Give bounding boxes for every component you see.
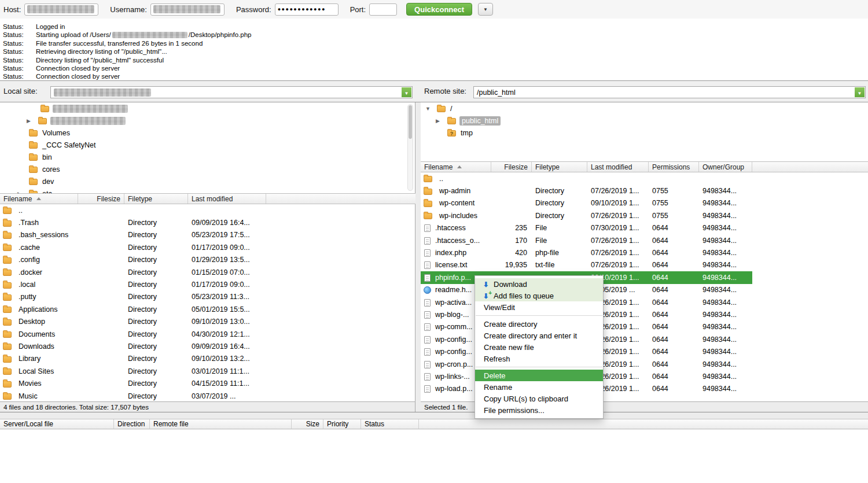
- status-text: Retrieving directory listing of "/public…: [36, 47, 167, 56]
- port-input[interactable]: [369, 3, 397, 16]
- table-row[interactable]: Movies Directory 04/15/2019 11:1...: [0, 377, 415, 389]
- table-row[interactable]: license.txt 19,935 txt-file 07/26/2019 1…: [421, 259, 752, 271]
- file-type-icon: [424, 249, 431, 257]
- tree-item[interactable]: [0, 102, 415, 115]
- table-row[interactable]: Desktop Directory 09/10/2019 13:0...: [0, 316, 415, 328]
- tree-item[interactable]: tmp: [421, 127, 868, 139]
- table-row[interactable]: .bash_sessions Directory 05/23/2019 17:5…: [0, 229, 415, 241]
- tree-item[interactable]: _CCC SafetyNet: [0, 139, 415, 151]
- context-menu-item[interactable]: View/Edit: [475, 301, 603, 313]
- table-row[interactable]: .docker Directory 01/15/2019 07:0...: [0, 266, 415, 278]
- scrollbar[interactable]: [407, 104, 413, 191]
- expander-icon[interactable]: ▼: [425, 106, 437, 112]
- column-header-owner-group[interactable]: Owner/Group: [699, 162, 752, 172]
- table-row[interactable]: wp-includes Directory 07/26/2019 1... 07…: [421, 209, 752, 222]
- column-header-filetype[interactable]: Filetype: [124, 194, 188, 204]
- column-header-priority[interactable]: Priority: [323, 419, 361, 429]
- transfer-queue-panel: Server/Local file Direction Remote file …: [0, 412, 868, 483]
- expander-icon[interactable]: ▶: [27, 118, 38, 124]
- table-row[interactable]: .putty Directory 05/23/2019 11:3...: [0, 291, 415, 303]
- expander-icon[interactable]: ▶: [436, 118, 447, 124]
- context-menu-item[interactable]: Create directory and enter it: [475, 330, 603, 341]
- column-header-size[interactable]: Size: [292, 419, 323, 429]
- column-header-filesize[interactable]: Filesize: [491, 162, 532, 172]
- scrollbar-thumb[interactable]: [409, 105, 412, 139]
- file-type: Directory: [124, 231, 188, 239]
- file-name: wp-config...: [435, 348, 472, 356]
- tree-item[interactable]: Volumes: [0, 127, 415, 139]
- file-permissions: 0644: [649, 237, 699, 245]
- column-header-last-modified[interactable]: Last modified: [188, 194, 266, 204]
- tree-item[interactable]: ▶ public_html: [421, 115, 868, 127]
- context-menu-item[interactable]: Download: [475, 278, 603, 290]
- table-row[interactable]: .local Directory 01/17/2019 09:0...: [0, 278, 415, 290]
- column-header-filename[interactable]: Filename: [0, 194, 78, 204]
- tree-item[interactable]: dev: [0, 175, 415, 187]
- tree-item[interactable]: cores: [0, 163, 415, 175]
- context-menu-item[interactable]: Refresh: [475, 353, 603, 364]
- local-site-dropdown-button[interactable]: [402, 87, 411, 97]
- folder-icon: [437, 106, 446, 112]
- quickconnect-button[interactable]: Quickconnect: [406, 3, 472, 16]
- context-menu-item[interactable]: Create directory: [475, 318, 603, 330]
- table-row[interactable]: ..: [421, 172, 752, 185]
- file-type: Directory: [124, 379, 188, 388]
- context-menu-item[interactable]: File permissions...: [475, 404, 603, 416]
- local-site-combobox[interactable]: [50, 86, 413, 98]
- remote-site-combobox[interactable]: /public_html: [473, 86, 866, 98]
- column-header-last-modified[interactable]: Last modified: [587, 162, 649, 172]
- table-row[interactable]: .htaccess_o... 170 File 07/26/2019 1... …: [421, 234, 752, 246]
- table-row[interactable]: Documents Directory 04/30/2019 12:1...: [0, 328, 415, 340]
- username-input[interactable]: [150, 3, 225, 16]
- context-menu-item[interactable]: [476, 315, 602, 316]
- table-row[interactable]: index.php 420 php-file 07/26/2019 1... 0…: [421, 246, 752, 259]
- column-header-remote-file[interactable]: Remote file: [150, 419, 292, 429]
- file-name: wp-admin: [439, 187, 470, 195]
- folder-icon: [29, 142, 38, 149]
- column-header-status[interactable]: Status: [361, 419, 419, 429]
- table-row[interactable]: wp-content Directory 09/10/2019 1... 075…: [421, 197, 752, 209]
- file-name: Desktop: [19, 318, 45, 326]
- tree-item[interactable]: ▶ etc: [0, 187, 415, 193]
- file-modified: 09/10/2019 1...: [587, 199, 649, 207]
- context-menu-item[interactable]: Rename: [475, 381, 603, 393]
- tree-item[interactable]: ▼ /: [421, 102, 868, 115]
- context-menu-item[interactable]: [476, 367, 602, 367]
- tree-item-label: _CCC SafetyNet: [41, 141, 97, 149]
- table-row[interactable]: Library Directory 09/10/2019 13:2...: [0, 353, 415, 365]
- column-header-filetype[interactable]: Filetype: [532, 162, 587, 172]
- context-menu-item[interactable]: Delete: [475, 370, 603, 381]
- context-menu-item[interactable]: Create new file: [475, 341, 603, 353]
- tree-item-label: [53, 105, 128, 113]
- table-row[interactable]: Applications Directory 05/01/2019 15:5..…: [0, 303, 415, 315]
- file-permissions: 0644: [649, 348, 699, 356]
- tree-item-label: tmp: [459, 129, 474, 137]
- table-row[interactable]: Local Sites Directory 03/01/2019 11:1...: [0, 365, 415, 377]
- table-row[interactable]: wp-admin Directory 07/26/2019 1... 0755 …: [421, 185, 752, 197]
- file-name: license.txt: [435, 261, 468, 269]
- quickconnect-dropdown-button[interactable]: [478, 3, 493, 16]
- table-row[interactable]: .htaccess 235 File 07/30/2019 1... 0644 …: [421, 222, 752, 234]
- column-header-permissions[interactable]: Permissions: [649, 162, 699, 172]
- table-row[interactable]: ..: [0, 204, 415, 216]
- tree-item-label: [50, 117, 126, 125]
- tree-item[interactable]: ▶: [0, 115, 415, 127]
- column-header-filename[interactable]: Filename: [421, 162, 491, 172]
- column-header-server-local-file[interactable]: Server/Local file: [0, 419, 114, 429]
- table-row[interactable]: .Trash Directory 09/09/2019 16:4...: [0, 216, 415, 228]
- table-row[interactable]: Music Directory 03/07/2019 ...: [0, 390, 415, 401]
- column-header-filesize[interactable]: Filesize: [78, 194, 124, 204]
- host-input[interactable]: [24, 3, 98, 16]
- column-header-direction[interactable]: Direction: [114, 419, 150, 429]
- table-row[interactable]: .config Directory 01/29/2019 13:5...: [0, 254, 415, 266]
- table-row[interactable]: Downloads Directory 09/09/2019 16:4...: [0, 340, 415, 352]
- tree-item[interactable]: bin: [0, 151, 415, 163]
- remote-site-dropdown-button[interactable]: [855, 87, 865, 97]
- table-row[interactable]: .cache Directory 01/17/2019 09:0...: [0, 241, 415, 253]
- file-modified: 07/26/2019 1...: [587, 212, 649, 220]
- password-input[interactable]: ●●●●●●●●●●●●: [275, 3, 339, 16]
- file-owner-group: 9498344...: [699, 187, 752, 195]
- context-menu-item[interactable]: Copy URL(s) to clipboard: [475, 393, 603, 404]
- folder-icon: [38, 118, 47, 124]
- context-menu-item[interactable]: Add files to queue: [475, 290, 603, 301]
